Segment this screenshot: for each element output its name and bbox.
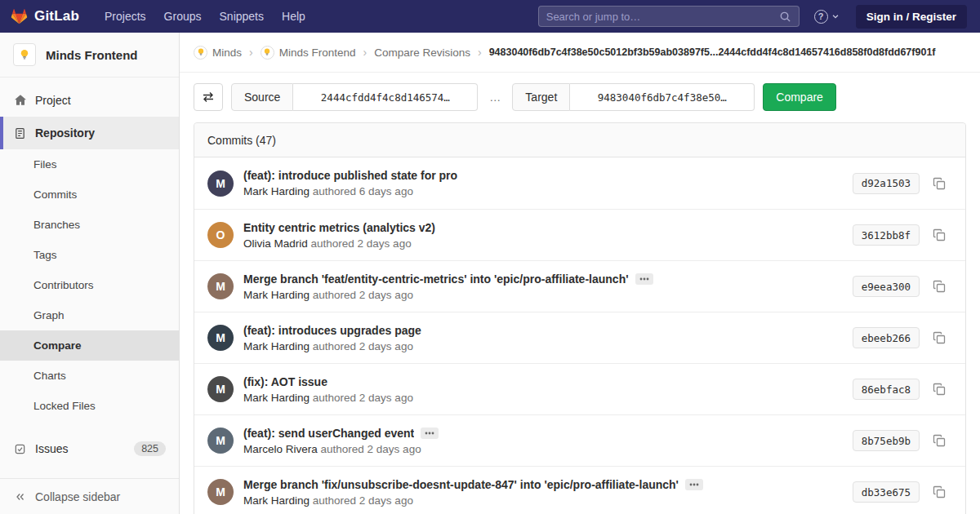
nav-menu-help[interactable]: Help	[273, 0, 314, 33]
commit-author-link[interactable]: Mark Harding	[243, 494, 310, 507]
sign-in-register-button[interactable]: Sign in / Register	[856, 5, 967, 29]
sidebar-item-label: Issues	[35, 442, 68, 455]
search-icon[interactable]	[779, 11, 791, 23]
swap-revisions-button[interactable]	[194, 83, 223, 111]
search-input[interactable]	[546, 11, 779, 23]
navbar-menu: ProjectsGroupsSnippetsHelp	[96, 0, 314, 33]
commit-author-avatar[interactable]: O	[207, 222, 234, 248]
breadcrumb-label: Compare Revisions	[374, 47, 470, 59]
commit-row: MMerge branch 'feat/entity-centric-metri…	[194, 260, 965, 312]
home-icon	[13, 94, 27, 108]
compare-button[interactable]: Compare	[763, 83, 836, 111]
commit-sha-link[interactable]: 3612bb8f	[853, 224, 920, 246]
commit-sha-link[interactable]: db33e675	[853, 481, 920, 503]
help-menu[interactable]: ?	[814, 10, 840, 24]
copy-sha-button[interactable]	[931, 278, 947, 295]
commit-authored-time: authored 2 days ago	[313, 392, 413, 404]
commits-panel-header: Commits (47)	[194, 123, 965, 157]
commit-author-avatar[interactable]: M	[207, 273, 234, 299]
copy-sha-button[interactable]	[931, 432, 947, 449]
copy-sha-button[interactable]	[931, 381, 947, 397]
commit-description-expander-button[interactable]	[635, 273, 653, 285]
commit-sha-link[interactable]: d92a1503	[853, 173, 920, 194]
commit-author-link[interactable]: Olivia Madrid	[243, 237, 308, 250]
search-box[interactable]	[538, 6, 800, 27]
project-title: Minds Frontend	[46, 48, 138, 62]
nav-menu-groups[interactable]: Groups	[155, 0, 211, 33]
commit-row: M(feat): send userChanged eventMarcelo R…	[194, 414, 965, 466]
source-ref-dropdown[interactable]: 2444cfdd4f4c8d146574…	[293, 83, 478, 111]
commit-title-link[interactable]: Entity centric metrics (analytics v2)	[243, 221, 435, 234]
commit-title-link[interactable]: Merge branch 'feat/entity-centric-metric…	[243, 273, 629, 286]
collapse-sidebar-button[interactable]: Collapse sidebar	[0, 478, 179, 514]
commit-author-avatar[interactable]: M	[207, 428, 234, 454]
sidebar-project-header[interactable]: Minds Frontend	[0, 33, 179, 78]
sidebar-item-project[interactable]: Project	[0, 84, 179, 117]
commit-row: OEntity centric metrics (analytics v2)Ol…	[194, 209, 965, 260]
source-label: Source	[231, 83, 293, 111]
commit-sha-link[interactable]: ebeeb266	[853, 327, 920, 348]
commit-description-expander-button[interactable]	[421, 428, 439, 439]
sidebar-subitem-commits[interactable]: Commits	[0, 179, 179, 210]
commit-author-link[interactable]: Mark Harding	[243, 340, 310, 352]
sidebar-subitem-locked-files[interactable]: Locked Files	[0, 391, 179, 421]
sidebar-subitem-graph[interactable]: Graph	[0, 300, 179, 330]
commit-title-link[interactable]: (feat): introduce published state for pr…	[243, 169, 457, 182]
sidebar-item-label: Project	[35, 94, 71, 107]
commit-author-link[interactable]: Mark Harding	[243, 289, 310, 301]
commit-row: MMerge branch 'fix/unsubscribe-doesnt-up…	[194, 466, 965, 514]
commit-title-link[interactable]: (fix): AOT issue	[243, 375, 327, 388]
sidebar-subitem-compare[interactable]: Compare	[0, 330, 179, 361]
collapse-sidebar-label: Collapse sidebar	[35, 490, 120, 503]
commit-description-expander-button[interactable]	[685, 479, 703, 490]
target-ref-dropdown[interactable]: 9483040f6db7c4f38e50…	[570, 83, 755, 111]
issues-icon	[13, 442, 27, 456]
commit-sha-link[interactable]: 86ebfac8	[853, 379, 920, 400]
commit-author-avatar[interactable]: M	[207, 376, 234, 402]
commits-list: M(feat): introduce published state for p…	[194, 157, 965, 514]
repository-subnav: FilesCommitsBranchesTagsContributorsGrap…	[0, 149, 179, 421]
breadcrumb-item-minds-frontend[interactable]: Minds Frontend	[261, 46, 356, 60]
commit-row: M(feat): introduces upgrades pageMark Ha…	[194, 312, 965, 363]
sidebar-subitem-branches[interactable]: Branches	[0, 210, 179, 240]
commit-author-avatar[interactable]: M	[207, 171, 234, 197]
breadcrumb-item-compare-revisions[interactable]: Compare Revisions	[374, 47, 470, 59]
breadcrumb-item-minds[interactable]: Minds	[194, 46, 242, 60]
main-content: Minds›Minds Frontend›Compare Revisions›9…	[180, 33, 980, 514]
copy-sha-button[interactable]	[931, 484, 947, 500]
commit-title-link[interactable]: (feat): send userChanged event	[243, 427, 414, 440]
commit-row: M(fix): AOT issueMark Harding authored 2…	[194, 363, 965, 414]
nav-menu-projects[interactable]: Projects	[96, 0, 155, 33]
copy-sha-button[interactable]	[931, 175, 947, 192]
sidebar-item-repository[interactable]: Repository	[0, 117, 179, 149]
commit-sha-link[interactable]: 8b75eb9b	[853, 430, 920, 451]
breadcrumb: Minds›Minds Frontend›Compare Revisions›9…	[180, 33, 980, 73]
copy-sha-button[interactable]	[931, 227, 947, 243]
sidebar-subitem-charts[interactable]: Charts	[0, 361, 179, 391]
sidebar-item-label: Repository	[35, 126, 95, 140]
sidebar-item-issues[interactable]: Issues 825	[0, 432, 179, 465]
commit-title-link[interactable]: (feat): introduces upgrades page	[243, 324, 421, 337]
commit-author-avatar[interactable]: M	[207, 479, 234, 505]
commit-author-avatar[interactable]: M	[207, 325, 234, 351]
top-navbar: GitLab ProjectsGroupsSnippetsHelp ? Sign…	[0, 0, 980, 33]
gitlab-logo[interactable]: GitLab	[10, 7, 79, 26]
sidebar: Minds Frontend Project Repository FilesC…	[0, 33, 180, 514]
commit-author-link[interactable]: Marcelo Rivera	[243, 443, 318, 455]
breadcrumb-separator: ›	[249, 46, 253, 59]
target-label: Target	[512, 83, 570, 111]
breadcrumb-label: Minds Frontend	[279, 47, 356, 59]
target-ref-group: Target 9483040f6db7c4f38e50…	[512, 83, 755, 111]
collapse-double-chevron-icon	[13, 490, 27, 503]
commit-sha-link[interactable]: e9eea300	[853, 276, 920, 297]
commit-author-link[interactable]: Mark Harding	[243, 185, 310, 197]
commit-title-link[interactable]: Merge branch 'fix/unsubscribe-doesnt-upd…	[243, 478, 679, 491]
repository-icon	[13, 126, 27, 140]
sidebar-subitem-tags[interactable]: Tags	[0, 240, 179, 270]
nav-menu-snippets[interactable]: Snippets	[211, 0, 273, 33]
sidebar-subitem-contributors[interactable]: Contributors	[0, 270, 179, 300]
copy-sha-button[interactable]	[931, 330, 947, 346]
sidebar-subitem-files[interactable]: Files	[0, 149, 179, 179]
range-separator: …	[489, 91, 501, 104]
commit-author-link[interactable]: Mark Harding	[243, 392, 310, 404]
